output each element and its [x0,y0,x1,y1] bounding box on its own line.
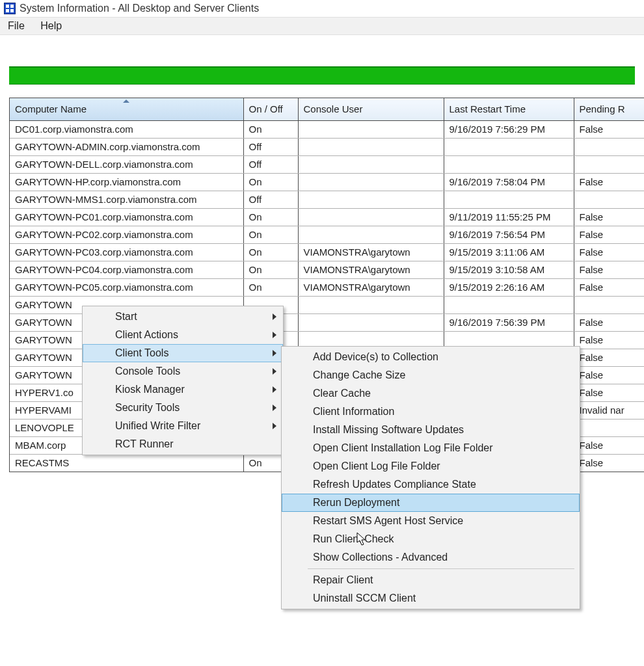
ctx-sub-item-change-cache-size[interactable]: Change Cache Size [282,366,580,384]
table-row[interactable]: GARYTOWN-MMS1.corp.viamonstra.comOff [10,191,644,208]
ctx-sub-item-open-client-installation-log-file-folder[interactable]: Open Client Installation Log File Folder [282,439,580,457]
cell-pending: False [574,208,644,226]
cell-restart: 9/15/2019 2:26:16 AM [444,278,574,296]
cell-user [298,313,444,331]
cell-user [298,226,444,243]
title-bar: System Information - All Desktop and Ser… [0,0,644,17]
ctx-sub-item-repair-client[interactable]: Repair Client [282,571,580,589]
cell-pending: False [574,349,644,366]
cell-name: GARYTOWN-ADMIN.corp.viamonstra.com [10,138,243,155]
cell-onoff: On [243,243,298,261]
ctx-sub-item-refresh-updates-compliance-state[interactable]: Refresh Updates Compliance State [282,475,580,494]
cell-user [298,296,444,313]
cell-onoff: On [243,173,298,191]
cell-onoff: On [243,120,298,138]
table-row[interactable]: GARYTOWN-PC05.corp.viamonstra.comOnVIAMO… [10,278,644,296]
ctx-item-client-actions[interactable]: Client Actions [83,326,283,344]
cell-onoff: Off [243,138,298,155]
cell-user: VIAMONSTRA\garytown [298,278,444,296]
cell-onoff: Off [243,155,298,173]
ctx-item-rct-runner[interactable]: RCT Runner [83,435,283,453]
cell-pending [574,191,644,208]
cell-restart [444,155,574,173]
ctx-item-kiosk-manager[interactable]: Kiosk Manager [83,380,283,399]
cell-name: GARYTOWN-HP.corp.viamonstra.com [10,173,243,191]
menu-bar: File Help [0,17,644,35]
ctx-sub-item-add-device-s-to-collection[interactable]: Add Device(s) to Collection [282,348,580,366]
ctx-item-start[interactable]: Start [83,308,283,326]
col-header-pending[interactable]: Pending R [574,98,644,120]
cell-name: GARYTOWN-PC01.corp.viamonstra.com [10,208,243,226]
table-row[interactable]: GARYTOWN-PC01.corp.viamonstra.comOn9/11/… [10,208,644,226]
cell-pending: Invalid nar [574,401,644,419]
col-header-on-off[interactable]: On / Off [243,98,298,120]
menu-file[interactable]: File [8,20,25,31]
cell-name: GARYTOWN-PC02.corp.viamonstra.com [10,226,243,243]
cell-user [298,208,444,226]
col-header-last-restart[interactable]: Last Restart Time [444,98,574,120]
cell-restart: 9/16/2019 7:56:39 PM [444,313,574,331]
cell-onoff: On [243,278,298,296]
menu-help[interactable]: Help [40,20,62,31]
cell-user [298,191,444,208]
cell-user: VIAMONSTRA\garytown [298,243,444,261]
col-header-computer-name[interactable]: Computer Name [10,98,243,120]
cell-pending [574,296,644,313]
cell-pending: False [574,454,644,472]
cell-restart: 9/16/2019 7:56:29 PM [444,120,574,138]
ctx-sub-item-clear-cache[interactable]: Clear Cache [282,384,580,403]
table-row[interactable]: GARYTOWN-PC03.corp.viamonstra.comOnVIAMO… [10,243,644,261]
window-title: System Information - All Desktop and Ser… [20,3,259,14]
app-icon [4,3,16,14]
table-row[interactable]: DC01.corp.viamonstra.comOn9/16/2019 7:56… [10,120,644,138]
cell-pending: False [574,173,644,191]
ctx-item-security-tools[interactable]: Security Tools [83,399,283,417]
table-row[interactable]: GARYTOWN-ADMIN.corp.viamonstra.comOff [10,138,644,155]
ctx-item-client-tools[interactable]: Client Tools [83,344,283,362]
cell-user [298,138,444,155]
cell-restart [444,296,574,313]
cell-user [298,120,444,138]
status-bar [9,66,635,85]
cell-user [298,155,444,173]
cell-pending: False [574,226,644,243]
cell-pending: False [574,243,644,261]
col-header-console-user[interactable]: Console User [298,98,444,120]
cell-restart: 9/15/2019 3:11:06 AM [444,243,574,261]
cell-restart: 9/15/2019 3:10:58 AM [444,261,574,278]
cell-name: GARYTOWN-DELL.corp.viamonstra.com [10,155,243,173]
cell-onoff: Off [243,191,298,208]
table-row[interactable]: GARYTOWN-PC02.corp.viamonstra.comOn9/16/… [10,226,644,243]
cell-pending: False [574,278,644,296]
cell-pending [574,419,644,436]
ctx-separator [308,568,574,569]
ctx-sub-item-restart-sms-agent-host-service[interactable]: Restart SMS Agent Host Service [282,512,580,530]
context-menu-main: StartClient ActionsClient ToolsConsole T… [82,306,284,455]
ctx-sub-item-install-missing-software-updates[interactable]: Install Missing Software Updates [282,421,580,439]
cell-onoff: On [243,226,298,243]
ctx-sub-item-uninstall-sccm-client[interactable]: Uninstall SCCM Client [282,589,580,607]
cell-user [298,173,444,191]
cell-pending [574,155,644,173]
ctx-sub-item-client-information[interactable]: Client Information [282,403,580,421]
ctx-sub-item-show-collections-advanced[interactable]: Show Collections - Advanced [282,548,580,566]
ctx-sub-item-run-client-check[interactable]: Run Client Check [282,530,580,548]
cell-pending: False [574,331,644,349]
cell-name: GARYTOWN-PC03.corp.viamonstra.com [10,243,243,261]
ctx-sub-item-open-client-log-file-folder[interactable]: Open Client Log File Folder [282,457,580,475]
table-row[interactable]: GARYTOWN-DELL.corp.viamonstra.comOff [10,155,644,173]
cell-user: VIAMONSTRA\garytown [298,261,444,278]
context-menu-client-tools: Add Device(s) to CollectionChange Cache … [281,346,580,609]
table-row[interactable]: GARYTOWN-HP.corp.viamonstra.comOn9/16/20… [10,173,644,191]
cell-onoff: On [243,208,298,226]
table-row[interactable]: GARYTOWN-PC04.corp.viamonstra.comOnVIAMO… [10,261,644,278]
ctx-item-unified-write-filter[interactable]: Unified Write Filter [83,417,283,435]
cell-restart: 9/11/2019 11:55:25 PM [444,208,574,226]
cell-name: GARYTOWN-MMS1.corp.viamonstra.com [10,191,243,208]
cell-pending: False [574,436,644,454]
cell-restart: 9/16/2019 7:56:54 PM [444,226,574,243]
cell-pending: False [574,313,644,331]
ctx-item-console-tools[interactable]: Console Tools [83,362,283,380]
cell-pending [574,138,644,155]
ctx-sub-item-rerun-deployment[interactable]: Rerun Deployment [282,494,580,512]
